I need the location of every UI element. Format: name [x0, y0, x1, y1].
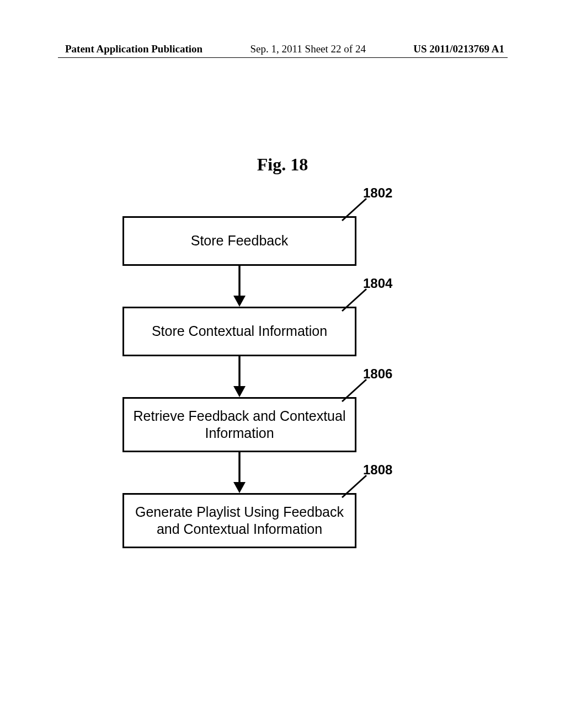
lead-line-1804 [341, 288, 367, 312]
flow-box-label: Store Feedback [191, 232, 289, 249]
flow-box-label: Retrieve Feedback and Contextual Informa… [130, 408, 349, 442]
flow-box-label: Generate Playlist Using Feedback and Con… [130, 504, 349, 538]
page: Patent Application Publication Sep. 1, 2… [0, 0, 565, 728]
svg-line-6 [342, 379, 366, 402]
arrow-1-to-2 [232, 266, 247, 308]
figure-title: Fig. 18 [0, 154, 565, 175]
arrow-2-to-3 [232, 356, 247, 398]
svg-marker-5 [233, 386, 246, 397]
ref-num-1802: 1802 [363, 185, 392, 201]
header-center: Sep. 1, 2011 Sheet 22 of 24 [250, 43, 366, 55]
lead-line-1802 [341, 197, 367, 222]
svg-line-0 [342, 199, 366, 221]
flow-box-store-contextual: Store Contextual Information [122, 307, 356, 356]
arrow-3-to-4 [232, 452, 247, 494]
header-left: Patent Application Publication [65, 43, 202, 55]
svg-marker-2 [233, 296, 246, 307]
flow-box-store-feedback: Store Feedback [122, 216, 356, 266]
header-rule [58, 57, 508, 58]
svg-line-9 [342, 475, 366, 497]
lead-line-1806 [341, 378, 367, 403]
flow-box-retrieve: Retrieve Feedback and Contextual Informa… [122, 397, 356, 452]
ref-num-1806: 1806 [363, 366, 392, 382]
header-right: US 2011/0213769 A1 [413, 43, 504, 55]
ref-num-1804: 1804 [363, 276, 392, 291]
flow-box-label: Store Contextual Information [152, 323, 327, 340]
ref-num-1808: 1808 [363, 462, 392, 478]
lead-line-1808 [341, 474, 367, 499]
flow-box-generate-playlist: Generate Playlist Using Feedback and Con… [122, 493, 356, 548]
svg-marker-8 [233, 482, 246, 493]
svg-line-3 [342, 289, 366, 311]
page-header: Patent Application Publication Sep. 1, 2… [0, 43, 565, 55]
